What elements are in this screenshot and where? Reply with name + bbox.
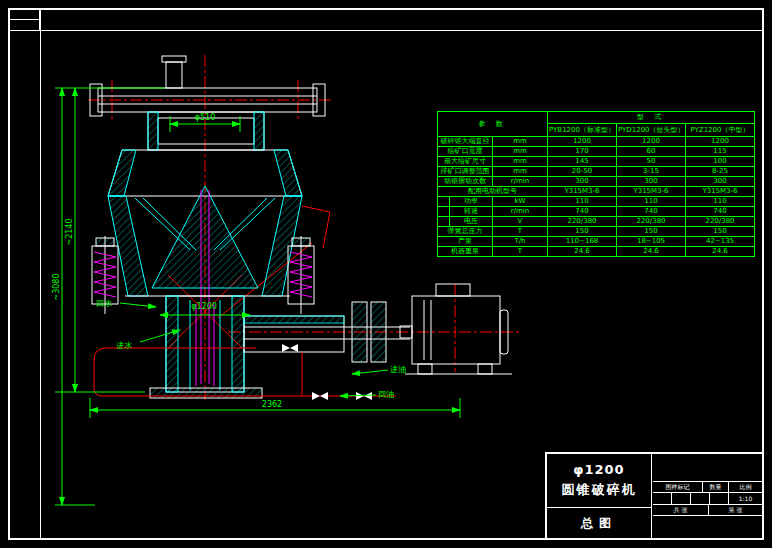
spec-model-1: PYB1200（标准型） [548, 124, 617, 137]
spec-row: 产量 T/h 110~168 18~105 42~135 [438, 237, 755, 247]
spec-row: 转速 r/min 740 740 740 [438, 207, 755, 217]
spec-unit: mm [493, 157, 548, 167]
spec-header-row: 参 数 型 式 [438, 112, 755, 124]
spec-unit: V [493, 217, 548, 227]
spec-value: 115 [686, 147, 755, 157]
spec-value: Y315M3-6 [686, 187, 755, 197]
spec-label: 给矿口宽度 [438, 147, 493, 157]
spec-model-2: PYD1200（短头型） [617, 124, 686, 137]
dim-height-overall: ~3080 [52, 273, 61, 300]
spec-value: 150 [617, 227, 686, 237]
spec-value: 24.6 [686, 247, 755, 257]
machine-name: 圆锥破碎机 [562, 481, 637, 499]
spec-value: Y315M3-6 [617, 187, 686, 197]
spec-row: 配用电动机型号 Y315M3-6 Y315M3-6 Y315M3-6 [438, 187, 755, 197]
spec-type-header: 型 式 [548, 112, 755, 124]
sheet-inner-frame-vertical [40, 8, 41, 540]
valve-icon [312, 392, 328, 400]
mark-cell [653, 493, 672, 504]
spec-row: 给矿口宽度 mm 170 60 115 [438, 147, 755, 157]
spec-value: 110~168 [548, 237, 617, 247]
spec-value: 1200 [548, 137, 617, 147]
spec-unit: mm [493, 137, 548, 147]
sheet-title: 总图 [547, 508, 651, 538]
spec-unit: r/min [493, 207, 548, 217]
spec-unit: kW [493, 197, 548, 207]
drawing-sheet: φ510 φ1200 2362 ~2140 ~3080 回水 进水 进油 回油 … [0, 0, 772, 548]
spec-value: 3-15 [617, 167, 686, 177]
info-grid-header-row: 图样标记 数量 比例 [653, 482, 762, 493]
spec-value: 150 [548, 227, 617, 237]
spec-value: 100 [686, 157, 755, 167]
spec-unit: r/min [493, 177, 548, 187]
spec-label: 破碎锥大端直径 [438, 137, 493, 147]
sheet-number: 第 张 [709, 505, 762, 515]
scale-value: 1:10 [729, 493, 762, 504]
drawing-title: φ1200 圆锥破碎机 [547, 454, 651, 508]
spec-label: 机器重量 [438, 247, 493, 257]
spec-row: 机器重量 T 24.6 24.6 24.6 [438, 247, 755, 257]
mark-header: 图样标记 [653, 482, 703, 492]
spec-value: 740 [548, 207, 617, 217]
spec-label: 最大给矿尺寸 [438, 157, 493, 167]
spec-value: Y315M3-6 [548, 187, 617, 197]
spec-value: 740 [617, 207, 686, 217]
spec-row: 功率 kW 110 110 110 [438, 197, 755, 207]
spec-unit: T [493, 247, 548, 257]
spec-label: 弹簧总压力 [438, 227, 493, 237]
spec-value: 20-50 [548, 167, 617, 177]
spec-row: 电压 V 220/380 220/380 220/380 [438, 217, 755, 227]
mark-cell [672, 493, 691, 504]
spec-value: 170 [548, 147, 617, 157]
label-oil-return: 回油 [378, 390, 394, 399]
spec-value: 220/380 [617, 217, 686, 227]
mark-cell [710, 493, 729, 504]
spec-value: 145 [548, 157, 617, 167]
spec-value: 300 [617, 177, 686, 187]
spec-row: 最大给矿尺寸 mm 145 50 100 [438, 157, 755, 167]
spec-value: 150 [686, 227, 755, 237]
main-frame-base [125, 296, 290, 398]
spec-param-header: 参 数 [438, 112, 548, 137]
mark-cell [691, 493, 710, 504]
sheet-inner-frame-horizontal [8, 30, 764, 31]
info-grid-empty-top [653, 454, 762, 482]
spec-value: 18~105 [617, 237, 686, 247]
spec-unit: mm [493, 167, 548, 177]
valve-icon [356, 392, 372, 400]
spec-value: 110 [548, 197, 617, 207]
label-water-in: 进水 [116, 341, 132, 350]
spec-value: 740 [686, 207, 755, 217]
spec-value: 1200 [686, 137, 755, 147]
dim-height-inner: ~2140 [65, 218, 74, 245]
spec-value: 42~135 [686, 237, 755, 247]
frame-corner-box-2 [8, 19, 40, 31]
spec-row: 动锥摆动次数 r/min 300 300 300 [438, 177, 755, 187]
spec-value: 300 [548, 177, 617, 187]
spec-value: 24.6 [617, 247, 686, 257]
machine-model: φ1200 [573, 462, 624, 477]
qty-header: 数量 [703, 482, 729, 492]
spec-unit: mm [493, 147, 548, 157]
spec-row: 破碎锥大端直径 mm 1200 1200 1200 [438, 137, 755, 147]
feed-hopper [148, 56, 264, 150]
title-block-name-area: φ1200 圆锥破碎机 总图 [547, 454, 652, 538]
spec-label: 配用电动机型号 [438, 187, 548, 197]
info-grid-pages-row: 共 张 第 张 [653, 505, 762, 516]
spec-row: 弹簧总压力 T 150 150 150 [438, 227, 755, 237]
spec-value: 110 [617, 197, 686, 207]
title-block-info-grid: 图样标记 数量 比例 1:10 共 张 第 张 [653, 454, 762, 538]
electric-motor [400, 284, 512, 374]
scale-header: 比例 [729, 482, 762, 492]
dim-base-width: 2362 [262, 400, 282, 409]
spec-unit: T [493, 227, 548, 237]
spec-value: 8-25 [686, 167, 755, 177]
spec-label: 排矿口调整范围 [438, 167, 493, 177]
spec-value: 50 [617, 157, 686, 167]
spec-value: 220/380 [686, 217, 755, 227]
info-grid-value-row: 1:10 [653, 493, 762, 505]
spec-value: 1200 [617, 137, 686, 147]
spec-label: 电压 [438, 217, 493, 227]
title-block: φ1200 圆锥破碎机 总图 图样标记 数量 比例 1:10 共 张 第 张 [545, 452, 764, 540]
label-oil-in: 进油 [390, 365, 406, 374]
